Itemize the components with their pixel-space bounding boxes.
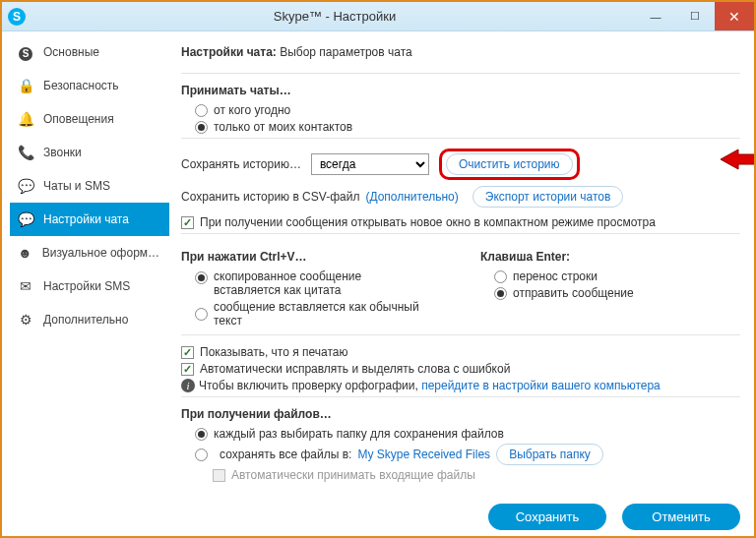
sidebar-item-sms-settings[interactable]: ✉ Настройки SMS — [10, 269, 169, 303]
compact-label[interactable]: При получении сообщения открывать новое … — [200, 215, 656, 229]
lock-icon: 🔒 — [18, 78, 33, 93]
sidebar-item-security[interactable]: 🔒 Безопасность — [10, 69, 169, 102]
spellcheck-text: Чтобы включить проверку орфографии, — [199, 379, 418, 392]
enter-heading: Клавиша Enter: — [480, 250, 740, 264]
footer: Сохранить Отменить — [488, 504, 740, 530]
radio-anyone-label[interactable]: от кого угодно — [214, 103, 290, 117]
sidebar-item-label: Основные — [43, 45, 99, 59]
sidebar-item-label: Дополнительно — [43, 313, 128, 327]
compact-checkbox[interactable] — [181, 216, 194, 229]
svg-marker-0 — [721, 149, 754, 169]
titlebar: S Skype™ - Настройки — ☐ ✕ — [2, 2, 754, 31]
history-label: Сохранять историю… — [181, 157, 301, 171]
sidebar-item-label: Чаты и SMS — [43, 179, 110, 193]
minimize-button[interactable]: — — [636, 2, 675, 30]
radio-paste-plain-label[interactable]: сообщение вставляется как обычный текст — [214, 300, 441, 328]
csv-label: Сохранить историю в CSV-файл — [181, 190, 359, 204]
window-buttons: — ☐ ✕ — [636, 2, 754, 30]
sidebar-item-advanced[interactable]: ⚙ Дополнительно — [10, 303, 169, 336]
info-icon: i — [181, 379, 195, 392]
sidebar: S Основные 🔒 Безопасность 🔔 Оповещения 📞… — [2, 31, 169, 496]
export-history-button[interactable]: Экспорт истории чатов — [472, 186, 624, 208]
auto-accept-checkbox — [213, 469, 225, 482]
sidebar-item-notifications[interactable]: 🔔 Оповещения — [10, 102, 169, 136]
files-heading: При получении файлов… — [181, 407, 740, 421]
gear-icon: ⚙ — [18, 312, 33, 328]
radio-files-save[interactable] — [195, 448, 208, 461]
accept-heading: Принимать чаты… — [181, 84, 740, 97]
sidebar-item-visual[interactable]: ☻ Визуальное оформле… — [10, 236, 169, 269]
sidebar-item-calls[interactable]: 📞 Звонки — [10, 136, 169, 169]
show-typing-label[interactable]: Показывать, что я печатаю — [200, 345, 347, 359]
maximize-button[interactable]: ☐ — [675, 2, 715, 30]
radio-contacts[interactable] — [195, 121, 208, 134]
radio-files-save-label[interactable]: сохранять все файлы в: — [220, 448, 351, 461]
annotation-arrow-icon — [721, 148, 754, 171]
content-pane: Настройки чата: Выбор параметров чата Пр… — [169, 31, 754, 496]
radio-contacts-label[interactable]: только от моих контактов — [214, 120, 352, 134]
sidebar-item-label: Оповещения — [43, 112, 114, 126]
cancel-button[interactable]: Отменить — [622, 504, 740, 530]
sidebar-item-label: Визуальное оформле… — [42, 246, 161, 260]
save-button[interactable]: Сохранить — [488, 504, 606, 530]
csv-more-link[interactable]: (Дополнительно) — [365, 190, 458, 204]
files-folder-link[interactable]: My Skype Received Files — [357, 448, 490, 461]
chat-icon: 💬 — [18, 211, 33, 227]
phone-icon: 📞 — [18, 145, 33, 160]
radio-enter-send[interactable] — [494, 287, 507, 300]
ctrlv-heading: При нажатии Ctrl+V… — [181, 250, 441, 264]
sms-icon: ✉ — [18, 278, 33, 294]
history-select[interactable]: всегда — [311, 153, 429, 175]
sidebar-item-label: Звонки — [43, 146, 82, 159]
choose-folder-button[interactable]: Выбрать папку — [496, 444, 603, 465]
sidebar-item-label: Настройки чата — [43, 212, 129, 226]
close-button[interactable]: ✕ — [715, 2, 754, 30]
radio-anyone[interactable] — [195, 104, 208, 117]
sidebar-item-chat-settings[interactable]: 💬 Настройки чата — [10, 203, 169, 236]
smile-icon: ☻ — [18, 245, 32, 261]
radio-enter-send-label[interactable]: отправить сообщение — [513, 286, 634, 300]
autocorrect-checkbox[interactable] — [181, 363, 194, 376]
radio-paste-quote-label[interactable]: скопированное сообщение вставляется как … — [214, 269, 430, 297]
page-title: Настройки чата: Выбор параметров чата — [181, 39, 740, 69]
sidebar-item-general[interactable]: S Основные — [10, 35, 169, 69]
auto-accept-label: Автоматически принимать входящие файлы — [231, 468, 475, 482]
annotation-highlight: Очистить историю — [439, 149, 580, 180]
sidebar-item-label: Безопасность — [43, 79, 119, 92]
skype-icon: S — [18, 44, 33, 61]
window-title: Skype™ - Настройки — [33, 9, 636, 24]
sidebar-item-label: Настройки SMS — [43, 279, 130, 293]
radio-enter-newline-label[interactable]: перенос строки — [513, 269, 598, 283]
skype-logo-icon: S — [8, 8, 26, 26]
radio-enter-newline[interactable] — [494, 270, 507, 283]
radio-files-ask-label[interactable]: каждый раз выбирать папку для сохранения… — [214, 427, 504, 441]
bell-icon: 🔔 — [18, 111, 33, 127]
radio-files-ask[interactable] — [195, 428, 208, 441]
chat-icon: 💬 — [18, 178, 33, 194]
show-typing-checkbox[interactable] — [181, 346, 194, 359]
autocorrect-label[interactable]: Автоматически исправлять и выделять слов… — [200, 362, 510, 376]
clear-history-button[interactable]: Очистить историю — [446, 153, 573, 175]
spellcheck-link[interactable]: перейдите в настройки вашего компьютера — [421, 379, 661, 392]
radio-paste-plain[interactable] — [195, 308, 208, 321]
radio-paste-quote[interactable] — [195, 271, 208, 284]
sidebar-item-chats-sms[interactable]: 💬 Чаты и SMS — [10, 169, 169, 203]
